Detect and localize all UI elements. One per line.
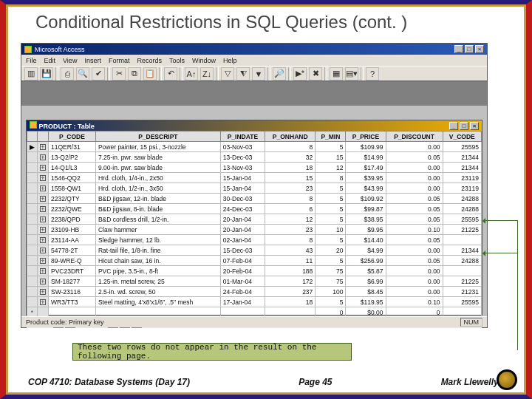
- cell[interactable]: 5: [316, 183, 346, 194]
- cell[interactable]: [443, 266, 481, 276]
- cell[interactable]: PVC23DRT: [49, 266, 96, 276]
- cell[interactable]: 07-Feb-04: [220, 256, 265, 266]
- cell[interactable]: 0.00: [386, 173, 443, 183]
- cut-icon[interactable]: ✂: [112, 67, 126, 81]
- cell[interactable]: 13-Q2/P2: [49, 152, 96, 163]
- cell[interactable]: 23: [265, 183, 316, 194]
- cell[interactable]: Rat-tail file, 1/8-in. fine: [95, 245, 220, 256]
- cell[interactable]: 23119: [443, 173, 481, 183]
- menu-records[interactable]: Records: [137, 57, 162, 64]
- cell[interactable]: 13-Nov-03: [220, 163, 265, 173]
- menu-tools[interactable]: Tools: [169, 57, 185, 64]
- cell[interactable]: 14-Q1/L3: [49, 163, 96, 173]
- cell[interactable]: 24-Feb-04: [220, 287, 265, 297]
- cell[interactable]: 0.10: [386, 297, 443, 307]
- cell[interactable]: 02-Jan-04: [220, 235, 265, 245]
- cell[interactable]: 2238/QPD: [49, 214, 96, 225]
- expand-icon[interactable]: +: [40, 299, 46, 305]
- cell[interactable]: 5: [316, 256, 346, 266]
- cell[interactable]: [443, 235, 481, 245]
- cell[interactable]: WR3/TT3: [49, 297, 96, 307]
- cell[interactable]: 15-Jan-04: [220, 173, 265, 183]
- cell[interactable]: 2.5-in. wd. screw, 50: [95, 287, 220, 297]
- cell[interactable]: 23119: [443, 183, 481, 194]
- cell[interactable]: 01-Mar-04: [220, 276, 265, 287]
- cell[interactable]: 0.00: [386, 266, 443, 276]
- table-row[interactable]: +89-WRE-QHicut chain saw, 16 in.07-Feb-0…: [27, 256, 482, 266]
- new-record-icon[interactable]: ▶*: [293, 67, 307, 81]
- paste-icon[interactable]: 📋: [143, 67, 157, 81]
- cell[interactable]: 0.05: [386, 204, 443, 214]
- table-row[interactable]: ▶+11QER/31Power painter, 15 psi., 3-nozz…: [27, 142, 482, 152]
- cell[interactable]: 100: [316, 287, 346, 297]
- menu-help[interactable]: Help: [223, 57, 237, 64]
- tw-minimize[interactable]: _: [449, 122, 458, 130]
- cell[interactable]: 9.00-in. pwr. saw blade: [95, 163, 220, 173]
- cell[interactable]: 6: [265, 204, 316, 214]
- table-row[interactable]: +2238/QPDB&D cordless drill, 1/2-in.20-J…: [27, 214, 482, 225]
- cell[interactable]: 21231: [443, 287, 481, 297]
- cell[interactable]: 24288: [443, 204, 481, 214]
- col-header[interactable]: P_DESCRIPT: [95, 132, 220, 142]
- db-window-icon[interactable]: ▦: [330, 67, 343, 81]
- cell[interactable]: 8: [265, 235, 316, 245]
- spell-icon[interactable]: ✔: [92, 67, 105, 81]
- table-row[interactable]: +2232/QTYB&D jigsaw, 12-in. blade30-Dec-…: [27, 194, 482, 204]
- cell[interactable]: 8: [265, 142, 316, 152]
- cell[interactable]: 0.00: [386, 163, 443, 173]
- cell[interactable]: 32: [265, 152, 316, 163]
- cell[interactable]: 0.00: [386, 287, 443, 297]
- cell[interactable]: 21344: [443, 152, 481, 163]
- cell[interactable]: 75: [316, 266, 346, 276]
- cell[interactable]: 5: [316, 142, 346, 152]
- copy-icon[interactable]: ⧉: [128, 67, 141, 81]
- col-header[interactable]: P_MIN: [316, 132, 346, 142]
- sort-asc-icon[interactable]: A↑: [185, 67, 198, 81]
- expand-icon[interactable]: +: [40, 206, 46, 212]
- menu-insert[interactable]: Insert: [84, 57, 101, 64]
- cell[interactable]: 5: [316, 194, 346, 204]
- cell[interactable]: 5: [316, 214, 346, 225]
- table-row[interactable]: +13-Q2/P27.25-in. pwr. saw blade13-Dec-0…: [27, 152, 482, 163]
- cell[interactable]: 0.05: [386, 214, 443, 225]
- cell[interactable]: 1546-QQ2: [49, 173, 96, 183]
- table-row[interactable]: +1558-QW1Hrd. cloth, 1/2-in., 3x5015-Jan…: [27, 183, 482, 194]
- apply-filter-icon[interactable]: ▼: [252, 67, 265, 81]
- cell[interactable]: 8: [265, 194, 316, 204]
- cell[interactable]: 21225: [443, 225, 481, 235]
- cell[interactable]: $109.99: [346, 142, 386, 152]
- cell[interactable]: $256.99: [346, 256, 386, 266]
- expand-icon[interactable]: +: [40, 165, 46, 171]
- expand-icon[interactable]: +: [40, 216, 46, 222]
- cell[interactable]: $6.99: [346, 276, 386, 287]
- cell[interactable]: 5: [316, 235, 346, 245]
- cell[interactable]: $39.95: [346, 173, 386, 183]
- table-row[interactable]: +SM-182771.25-in. metal screw, 2501-Mar-…: [27, 276, 482, 287]
- cell[interactable]: 2232/QTY: [49, 194, 96, 204]
- table-row[interactable]: +WR3/TT3Steel matting, 4'x8'x1/6", .5" m…: [27, 297, 482, 307]
- cell[interactable]: 03-Nov-03: [220, 142, 265, 152]
- cell[interactable]: $8.45: [346, 287, 386, 297]
- expand-icon[interactable]: +: [40, 268, 46, 274]
- cell[interactable]: 18: [265, 163, 316, 173]
- help-icon[interactable]: ?: [366, 67, 379, 81]
- table-row[interactable]: +23109-HBClaw hammer20-Jan-042310$9.950.…: [27, 225, 482, 235]
- menu-file[interactable]: File: [26, 57, 37, 64]
- product-grid[interactable]: P_CODEP_DESCRIPTP_INDATEP_ONHANDP_MINP_P…: [27, 131, 482, 318]
- cell[interactable]: 43: [265, 245, 316, 256]
- cell[interactable]: 0.05: [386, 152, 443, 163]
- cell[interactable]: B&D cordless drill, 1/2-in.: [95, 214, 220, 225]
- find-icon[interactable]: 🔎: [273, 67, 286, 81]
- cell[interactable]: Power painter, 15 psi., 3-nozzle: [95, 142, 220, 152]
- expand-icon[interactable]: +: [40, 258, 46, 264]
- cell[interactable]: $119.95: [346, 297, 386, 307]
- tw-close[interactable]: ×: [470, 122, 479, 130]
- menu-view[interactable]: View: [63, 57, 77, 64]
- col-header[interactable]: P_CODE: [49, 132, 96, 142]
- cell[interactable]: 0.05: [386, 194, 443, 204]
- table-row[interactable]: +23114-AASledge hammer, 12 lb.02-Jan-048…: [27, 235, 482, 245]
- cell[interactable]: Hicut chain saw, 16 in.: [95, 256, 220, 266]
- table-row[interactable]: +PVC23DRTPVC pipe, 3.5-in., 8-ft20-Feb-0…: [27, 266, 482, 276]
- cell[interactable]: 12: [316, 163, 346, 173]
- cell[interactable]: 172: [265, 276, 316, 287]
